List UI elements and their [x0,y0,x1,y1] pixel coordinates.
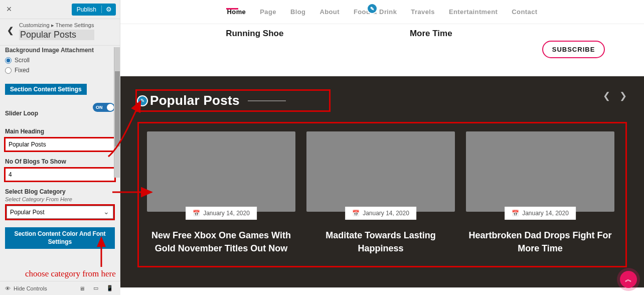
top-card-2: More Time [367,28,496,66]
popular-carousel-highlight: 📅January 14, 2020 New Free Xbox One Game… [137,122,627,267]
popular-post[interactable]: 📅January 14, 2020 Heartbroken Dad Drops … [466,131,614,255]
eye-icon: 👁 [5,285,11,291]
panel-scrollbar[interactable] [114,47,120,178]
panel-scroll-thumb[interactable] [115,71,120,146]
popular-posts-section: ✎ Popular Posts ❮ ❯ 📅January 14, 2020 Ne… [120,76,644,287]
radio-fixed-input[interactable] [5,67,12,74]
panel-body: Background Image Attachment Scroll Fixed… [0,47,120,249]
nav-blog[interactable]: Blog [290,8,305,16]
carousel-nav: ❮ ❯ [603,90,627,101]
post-title: New Free Xbox One Games With Gold Novemb… [147,229,295,255]
post-title: Maditate Towards Lasting Happiness [306,229,455,255]
device-icons: 🖥 ▭ 📱 [78,285,120,292]
post-image: 📅January 14, 2020 [147,131,295,212]
category-label: Select Blog Category [5,188,115,195]
blogs-count-label: No Of Blogs To Show [5,158,115,165]
popular-post[interactable]: 📅January 14, 2020 New Free Xbox One Game… [147,131,295,255]
post-date: 📅January 14, 2020 [345,207,416,220]
desktop-icon[interactable]: 🖥 [78,285,85,292]
crumb-theme: Theme Settings [55,22,94,28]
popular-post[interactable]: 📅January 14, 2020 Maditate Towards Lasti… [306,131,455,255]
nav-travels[interactable]: Travels [411,8,435,16]
nav-entertain[interactable]: Entertaintment [449,8,498,16]
post-date: 📅January 14, 2020 [186,207,257,220]
customizer-panel: × Publish ⚙ ❮ Customizing ▸ Theme Settin… [0,0,120,295]
site-preview: Home Page Blog About Food & Drink ✎ Trav… [120,0,644,295]
popular-heading-highlight: ✎ Popular Posts [135,89,331,112]
blogs-count-input[interactable] [5,168,115,181]
panel-footer: 👁 Hide Controls 🖥 ▭ 📱 [0,281,120,295]
main-heading-label: Main Heading [5,128,115,135]
breadcrumb-text: Customizing ▸ Theme Settings Popular Pos… [19,22,94,40]
post-image: 📅January 14, 2020 [466,131,614,212]
edit-shortcut-icon[interactable]: ✎ [138,96,147,105]
post-image: 📅January 14, 2020 [306,131,455,212]
post-date: 📅January 14, 2020 [505,207,576,220]
scroll-top-button[interactable]: ︽ [620,271,637,288]
post-title: Heartbroken Dad Drops Fight For More Tim… [466,229,614,255]
post-date-text: January 14, 2020 [363,210,409,217]
color-font-button[interactable]: Section Content Color And Font Settings [5,227,115,249]
radio-scroll-input[interactable] [5,57,12,64]
crumb-current: Popular Posts [19,30,94,40]
calendar-icon: 📅 [193,210,200,217]
panel-top-bar: × Publish ⚙ [0,0,120,19]
slider-loop-toggle[interactable]: ON [93,103,115,112]
subscribe-box: SUBSCRIBE [523,28,624,66]
post-date-text: January 14, 2020 [203,210,250,217]
radio-scroll[interactable]: Scroll [5,57,115,64]
tablet-icon[interactable]: ▭ [92,285,99,292]
hide-controls[interactable]: 👁 Hide Controls [0,285,78,291]
top-cards: Running Shoe More Time SUBSCRIBE [120,28,644,66]
nav-about[interactable]: About [319,8,340,16]
popular-heading-row: ✎ Popular Posts [138,93,286,108]
next-icon[interactable]: ❯ [619,90,627,101]
calendar-icon: 📅 [352,210,360,217]
site-nav: Home Page Blog About Food & Drink ✎ Trav… [120,0,644,24]
nav-food[interactable]: Food & Drink ✎ [354,8,397,16]
category-sublabel: Select Category From Here [5,196,115,202]
prev-icon[interactable]: ❮ [603,90,610,101]
popular-heading: Popular Posts [150,93,240,108]
color-font-l1: Section Content Color And Font [14,230,105,237]
slider-loop-label: Slider Loop [5,110,38,117]
heading-line [248,100,286,101]
breadcrumb: ❮ Customizing ▸ Theme Settings Popular P… [0,19,120,46]
nav-home[interactable]: Home [227,8,246,16]
radio-scroll-label: Scroll [15,57,30,64]
section-content-settings: Section Content Settings [5,84,87,95]
radio-fixed[interactable]: Fixed [5,67,115,74]
calendar-icon: 📅 [512,210,519,217]
publish-label: Publish [72,6,101,13]
crumb-customizing: Customizing [19,22,50,28]
main-heading-input[interactable] [5,138,115,151]
category-select[interactable]: Popular Post [7,206,113,219]
edit-shortcut-icon[interactable]: ✎ [368,4,377,13]
top-card-1: Running Shoe [191,28,319,66]
toggle-state: ON [96,105,103,110]
annotation-choose-category: choose category from here [25,269,116,279]
nav-contact[interactable]: Contact [512,8,537,16]
hide-controls-label: Hide Controls [14,285,47,291]
bg-attach-label: Background Image Attachment [5,47,94,54]
color-font-l2: Settings [48,238,72,245]
category-select-wrap: Popular Post [5,204,115,220]
close-icon[interactable]: × [4,4,14,15]
mobile-icon[interactable]: 📱 [106,285,113,292]
back-icon[interactable]: ❮ [4,22,16,38]
subscribe-button[interactable]: SUBSCRIBE [542,41,605,58]
publish-button[interactable]: Publish ⚙ [72,4,116,16]
gear-icon[interactable]: ⚙ [101,6,116,13]
radio-fixed-label: Fixed [15,67,29,74]
nav-page[interactable]: Page [260,8,276,16]
post-date-text: January 14, 2020 [522,210,569,217]
